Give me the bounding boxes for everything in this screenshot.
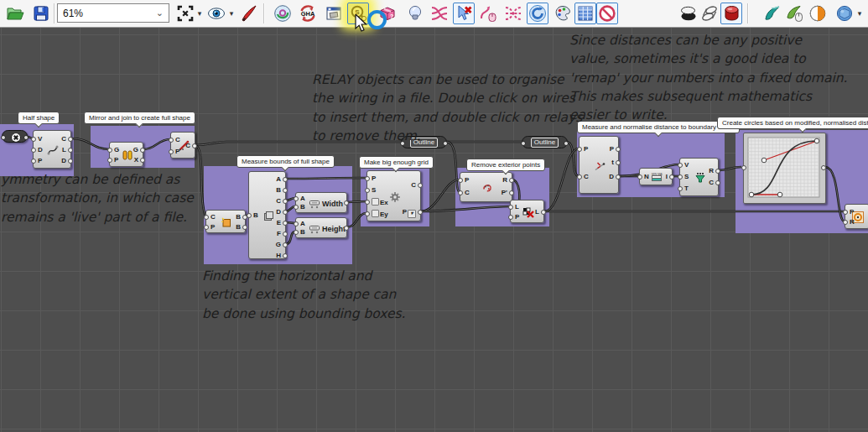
input-port[interactable] <box>294 230 299 235</box>
zoom-extents-button[interactable] <box>174 3 196 24</box>
graph-mapper-plot[interactable] <box>744 133 825 203</box>
input-port[interactable] <box>107 158 112 163</box>
input-port[interactable] <box>508 205 513 210</box>
point-in-curve-component[interactable]: PCRP' <box>460 172 512 202</box>
input-port[interactable] <box>577 147 582 152</box>
input-port[interactable] <box>577 174 582 180</box>
preview-shaded-button[interactable] <box>720 3 742 24</box>
output-port[interactable] <box>140 158 145 163</box>
grasshopper-window-button[interactable] <box>272 3 294 24</box>
output-port[interactable] <box>509 190 514 195</box>
zoom-extents-dropdown[interactable]: ▾ <box>195 9 204 18</box>
preview-wireframe-button[interactable] <box>699 3 720 24</box>
output-port[interactable] <box>68 148 73 153</box>
output-port[interactable] <box>283 210 288 215</box>
group-label-tag[interactable]: Measure bounds of full shape <box>236 155 335 168</box>
canvas-screenshot-button[interactable] <box>323 3 345 24</box>
canvas[interactable]: Half shapeMirror and join to create full… <box>0 28 868 432</box>
input-port[interactable] <box>678 186 683 191</box>
input-port[interactable] <box>365 188 370 193</box>
output-port[interactable] <box>344 200 349 206</box>
output-port[interactable] <box>715 180 720 185</box>
input-port[interactable] <box>294 196 299 201</box>
preview-visibility-dropdown[interactable]: ▾ <box>227 9 236 18</box>
output-port[interactable] <box>418 210 423 215</box>
height-distance-component[interactable]: HeightAB <box>295 217 347 238</box>
curve-closest-point-component[interactable]: PCPtD <box>579 136 619 194</box>
bounding-box-component[interactable]: CPBB <box>205 210 246 233</box>
output-port[interactable] <box>616 160 621 165</box>
circle-component[interactable]: PR <box>845 204 868 229</box>
sketch-tool-button[interactable] <box>237 3 259 24</box>
output-port[interactable] <box>68 159 73 164</box>
input-port[interactable] <box>294 205 299 210</box>
input-port[interactable] <box>169 149 174 154</box>
open-file-button[interactable] <box>4 3 26 24</box>
output-port[interactable] <box>669 174 674 180</box>
group-label-tag[interactable]: Make big enough grid <box>359 156 434 169</box>
save-file-button[interactable] <box>30 3 52 24</box>
width-distance-component[interactable]: WidthAB <box>295 192 347 213</box>
output-port[interactable] <box>140 148 145 153</box>
input-port[interactable] <box>678 163 683 168</box>
graph-output-port[interactable] <box>821 165 826 170</box>
output-port[interactable] <box>283 242 288 247</box>
input-port[interactable] <box>31 159 36 164</box>
gha-installer-button[interactable]: GHA <box>297 3 319 24</box>
output-port[interactable] <box>509 178 514 183</box>
document-preview-button[interactable] <box>834 3 855 24</box>
deconstruct-box-component[interactable]: BABCDEFGH <box>248 171 286 259</box>
preview-visibility-button[interactable] <box>205 3 227 24</box>
mirror-component[interactable]: GPGX <box>109 142 143 167</box>
input-port[interactable] <box>458 178 463 183</box>
bounds-component[interactable]: MIN MAXNI <box>639 168 673 185</box>
lock-solver-button[interactable] <box>596 3 618 24</box>
output-port[interactable] <box>192 143 197 148</box>
output-port[interactable] <box>344 226 349 231</box>
preview-selected-only-button[interactable] <box>784 3 806 24</box>
interpolate-component[interactable]: VDPCLD <box>33 130 71 169</box>
input-port[interactable] <box>365 200 370 205</box>
input-port[interactable] <box>458 190 463 195</box>
draw-faint-wires-button[interactable] <box>502 3 524 24</box>
input-port[interactable] <box>637 174 642 180</box>
input-port[interactable] <box>169 138 174 143</box>
input-port[interactable] <box>365 211 370 216</box>
group-label-tag[interactable]: Mirror and join to create full shape <box>84 112 195 124</box>
select-tool-button[interactable] <box>453 3 475 24</box>
input-port[interactable] <box>508 215 513 220</box>
wire-edit-button[interactable] <box>477 3 499 24</box>
output-port[interactable] <box>68 137 73 142</box>
input-port[interactable] <box>31 137 36 142</box>
input-port[interactable] <box>204 225 209 230</box>
output-port[interactable] <box>541 210 546 215</box>
output-port[interactable] <box>418 183 423 188</box>
document-preview-dropdown[interactable]: ▾ <box>855 9 864 18</box>
input-port[interactable] <box>365 176 370 181</box>
cull-pattern-component[interactable]: LPL <box>510 200 544 223</box>
remap-numbers-component[interactable]: VSTRC <box>679 158 719 196</box>
wire[interactable] <box>71 138 109 149</box>
zoom-combobox[interactable]: 61% ⌄ <box>57 3 169 23</box>
input-port[interactable] <box>843 210 848 215</box>
draw-full-wires-button[interactable] <box>429 3 450 24</box>
wire[interactable] <box>825 167 845 221</box>
group-label-tag[interactable]: Remove exterior points <box>466 159 545 171</box>
hints-button[interactable] <box>404 3 426 24</box>
output-port[interactable] <box>283 177 288 182</box>
input-port[interactable] <box>31 148 36 153</box>
input-port[interactable] <box>107 148 112 153</box>
input-port[interactable] <box>294 221 299 226</box>
graph-input-port[interactable] <box>741 165 746 170</box>
output-port[interactable] <box>715 169 720 174</box>
rectangular-grid-component[interactable]: PSExEyCP▾ <box>366 170 421 221</box>
input-port[interactable] <box>247 213 252 218</box>
preview-split-sphere-button[interactable] <box>807 3 829 24</box>
wire[interactable] <box>421 180 460 211</box>
output-port[interactable] <box>283 199 288 204</box>
grid-display-button[interactable] <box>574 3 596 24</box>
output-port[interactable] <box>616 174 621 180</box>
output-port[interactable] <box>283 188 288 193</box>
graph-mapper[interactable] <box>743 133 826 204</box>
anchor-capsule[interactable] <box>2 130 28 143</box>
